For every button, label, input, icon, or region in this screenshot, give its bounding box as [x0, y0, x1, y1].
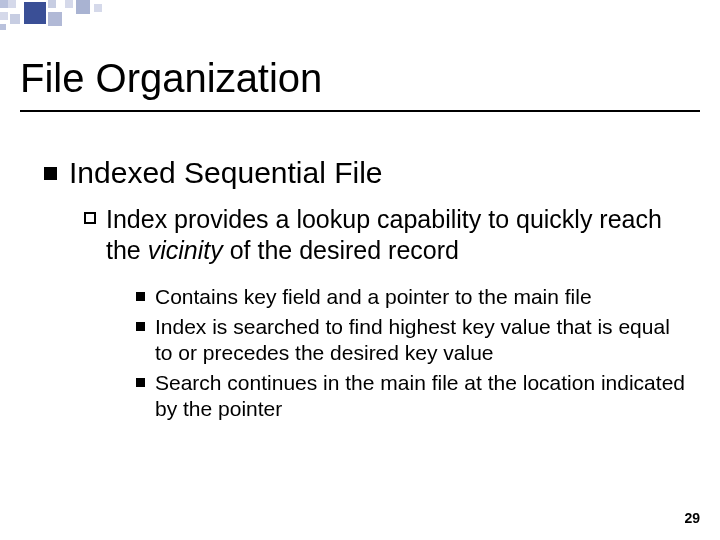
bullet-level3: Index is searched to find highest key va… — [136, 314, 686, 367]
square-bullet-solid-icon — [136, 378, 145, 387]
square-bullet-solid-icon — [136, 322, 145, 331]
level1-text: Indexed Sequential File — [69, 156, 383, 190]
level2-suffix: of the desired record — [223, 236, 459, 264]
title-underline — [20, 110, 700, 112]
bullet-level2: Index provides a lookup capability to qu… — [84, 204, 684, 267]
level2-text: Index provides a lookup capability to qu… — [106, 204, 684, 267]
bullet-level3: Contains key field and a pointer to the … — [136, 284, 686, 310]
level2-italic: vicinity — [148, 236, 223, 264]
corner-decoration — [0, 0, 120, 38]
square-bullet-solid-icon — [136, 292, 145, 301]
square-bullet-hollow-icon — [84, 212, 96, 224]
level3-text: Contains key field and a pointer to the … — [155, 284, 592, 310]
square-bullet-solid-icon — [44, 167, 57, 180]
level3-text: Search continues in the main file at the… — [155, 370, 686, 423]
bullet-level1: Indexed Sequential File — [44, 156, 383, 190]
slide-title: File Organization — [20, 56, 322, 101]
bullet-level3: Search continues in the main file at the… — [136, 370, 686, 423]
page-number: 29 — [684, 510, 700, 526]
level3-text: Index is searched to find highest key va… — [155, 314, 686, 367]
level2-prefix: Index — [106, 205, 167, 233]
